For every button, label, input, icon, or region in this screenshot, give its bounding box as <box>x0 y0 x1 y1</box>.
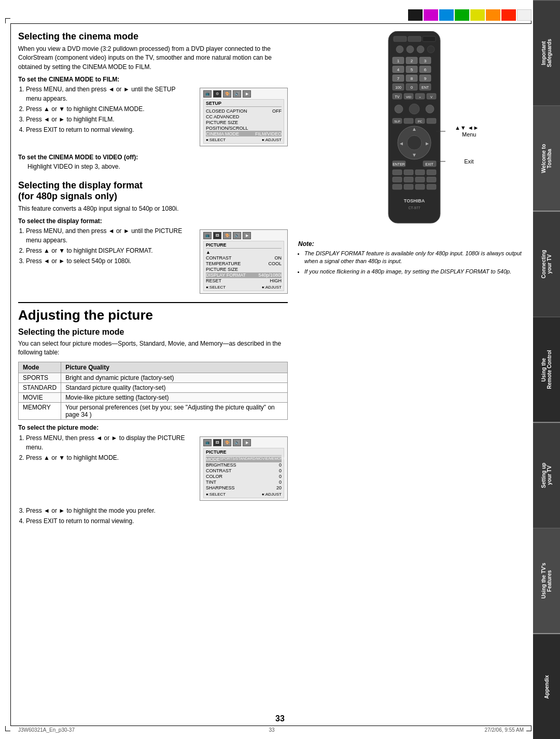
svg-rect-60 <box>404 170 413 175</box>
display-format-body: This feature converts a 480p input signa… <box>18 204 288 213</box>
screen-icon-1: 📺 <box>203 90 212 98</box>
svg-text:►: ► <box>425 141 430 146</box>
sidebar-tab-setting[interactable]: Setting upyour TV <box>533 422 560 528</box>
display-menu-title: PICTURE <box>206 242 282 249</box>
display-steps-text: Press MENU, and then press ◄ or ► until … <box>18 226 192 267</box>
svg-text:V: V <box>430 95 432 99</box>
table-cell-movie-mode: MOVIE <box>19 392 61 402</box>
svg-text:8: 8 <box>410 76 413 81</box>
disp-icon-2: 🖼 <box>213 232 221 239</box>
menu-label: Menu <box>462 131 477 138</box>
right-column: 1 2 3 4 5 6 7 <box>298 31 530 527</box>
cinema-step-4: Press EXIT to return to normal viewing. <box>26 125 192 134</box>
display-steps-list: Press MENU, and then press ◄ or ► until … <box>26 226 192 266</box>
cinema-step-2: Press ▲ or ▼ to highlight CINEMA MODE. <box>26 104 192 114</box>
disp-row-format: DISPLAY FORMAT540p/1080i <box>206 272 282 278</box>
remote-illustration: 1 2 3 4 5 6 7 <box>378 31 451 230</box>
pic-row-sharpness: SHARPNESS20 <box>206 485 282 491</box>
svg-rect-69 <box>415 184 425 189</box>
color-block-blue <box>439 9 454 21</box>
svg-point-42 <box>426 105 434 113</box>
color-block-white <box>517 9 531 21</box>
table-cell-standard-mode: STANDARD <box>19 382 61 392</box>
sidebar-tab-features[interactable]: Using the TV'sFeatures <box>533 528 560 633</box>
svg-rect-66 <box>427 177 436 182</box>
cinema-menu-screen: 📺 ⚙ 🎨 🔊 ▶ SETUP CLOSED CAPTIONOFF <box>200 88 288 146</box>
picture-mode-steps-list: Press MENU, then press ◄ or ► to display… <box>26 433 192 462</box>
footer-page: 33 <box>269 727 274 733</box>
remote-svg: 1 2 3 4 5 6 7 <box>378 31 451 228</box>
display-menu-screen: 📺 🖼 🎨 🔊 ▶ PICTURE ▲ <box>200 229 288 294</box>
cinema-step-3: Press ◄ or ► to highlight FILM. <box>26 115 192 124</box>
svg-text:SLP: SLP <box>394 120 400 123</box>
svg-point-4 <box>396 46 403 53</box>
display-step-2: Press ▲ or ▼ to highlight DISPLAY FORMAT… <box>26 246 192 255</box>
disp-row-1: ▲ <box>206 250 282 255</box>
picture-mode-steps-2: Press ◄ or ► to highlight the mode you p… <box>26 506 288 526</box>
display-screen-mockup: 📺 🖼 🎨 🔊 ▶ PICTURE ▲ <box>200 226 288 297</box>
table-row-sports: SPORTS Bright and dynamic picture (facto… <box>19 373 288 382</box>
picture-mode-steps-container: Press MENU, then press ◄ or ► to display… <box>18 433 288 504</box>
table-cell-standard-quality: Standard picture quality (factory-set) <box>61 382 288 392</box>
table-cell-sports-quality: Bright and dynamic picture (factory-set) <box>61 373 288 382</box>
color-block-black <box>408 9 423 21</box>
svg-text:2: 2 <box>410 59 413 63</box>
svg-rect-45 <box>404 118 413 124</box>
sidebar-tab-remote[interactable]: Using theRemote Control <box>533 317 560 422</box>
sidebar-tab-safeguards[interactable]: ImportantSafeguards <box>533 0 560 105</box>
sidebar-tab-connecting[interactable]: Connectingyour TV <box>533 211 560 317</box>
svg-rect-48 <box>427 118 436 124</box>
sidebar-tab-welcome[interactable]: Welcome toToshiba <box>533 105 560 211</box>
color-block-yellow <box>470 9 485 21</box>
table-row-memory: MEMORY Your personal preferences (set by… <box>19 402 288 419</box>
left-column: Selecting the cinema mode When you view … <box>18 31 288 527</box>
pic-row-tint: TINT0 <box>206 480 282 485</box>
svg-text:9: 9 <box>424 76 426 81</box>
pic-row-mode: MODESPORTS/STANDARD/MOVIE/MEMORY <box>206 457 282 462</box>
cinema-row-cc: CC ADVANCED <box>206 114 282 119</box>
svg-point-41 <box>409 104 419 114</box>
pic-icon-5: ▶ <box>243 439 251 446</box>
svg-text:0: 0 <box>410 85 413 90</box>
screen-icon-2: ⚙ <box>213 90 221 98</box>
cinema-mode-body: When you view a DVD movie (3:2 pulldown … <box>18 45 288 72</box>
svg-text:◄: ◄ <box>399 141 404 146</box>
svg-text:5: 5 <box>410 67 413 72</box>
disp-row-temp: TEMPERATURECOOL <box>206 261 282 267</box>
svg-rect-70 <box>427 184 436 189</box>
picture-mode-heading: Selecting the picture mode <box>18 327 288 337</box>
picture-mode-steps-text: Press MENU, then press ◄ or ► to display… <box>18 433 192 463</box>
cinema-screen-icons: 📺 ⚙ 🎨 🔊 ▶ <box>203 90 284 98</box>
picture-screen-icons: 📺 🖼 🎨 🔊 ▶ <box>203 439 284 446</box>
table-cell-movie-quality: Movie-like picture setting (factory-set) <box>61 392 288 402</box>
pic-row-contrast: CONTRAST0 <box>206 468 282 474</box>
pic-row-color: COLOR0 <box>206 474 282 480</box>
svg-text:4: 4 <box>397 67 399 72</box>
svg-rect-64 <box>404 177 413 182</box>
set-video-heading: To set the CINEMA MODE to VIDEO (off): <box>18 154 288 161</box>
cinema-steps-list: Press MENU, and then press ◄ or ► until … <box>26 85 192 134</box>
table-header-mode: Mode <box>19 362 61 373</box>
cinema-steps-text: Press MENU, and then press ◄ or ► until … <box>18 85 192 135</box>
content-columns: Selecting the cinema mode When you view … <box>18 31 530 527</box>
display-step-1: Press MENU, and then press ◄ or ► until … <box>26 226 192 245</box>
picture-step-2: Press ▲ or ▼ to highlight MODE. <box>26 453 192 462</box>
pic-icon-1: 📺 <box>203 439 212 446</box>
remote-container: 1 2 3 4 5 6 7 <box>298 31 530 230</box>
pic-icon-4: 🔊 <box>233 439 241 446</box>
picture-step-1: Press MENU, then press ◄ or ► to display… <box>26 433 192 452</box>
display-format-heading: Selecting the display format (for 480p s… <box>18 180 288 202</box>
picture-mode-menu-content: PICTURE MODESPORTS/STANDARD/MOVIE/MEMORY… <box>203 448 284 498</box>
note-section: Note: The DISPLAY FORMAT feature is avai… <box>298 240 530 276</box>
svg-text:PC: PC <box>417 120 422 123</box>
cinema-row-caption: CLOSED CAPTIONOFF <box>206 108 282 114</box>
svg-point-50 <box>407 135 422 150</box>
corner-tl <box>5 18 10 23</box>
svg-rect-63 <box>393 177 402 182</box>
cinema-mode-heading: Selecting the cinema mode <box>18 31 288 42</box>
set-film-heading: To set the CINEMA MODE to FILM: <box>18 76 288 83</box>
sidebar-tab-appendix[interactable]: Appendix <box>533 634 560 739</box>
svg-text:VID: VID <box>405 95 411 99</box>
screen-icon-4: 🔊 <box>233 90 241 98</box>
svg-text:ENT: ENT <box>422 86 429 89</box>
